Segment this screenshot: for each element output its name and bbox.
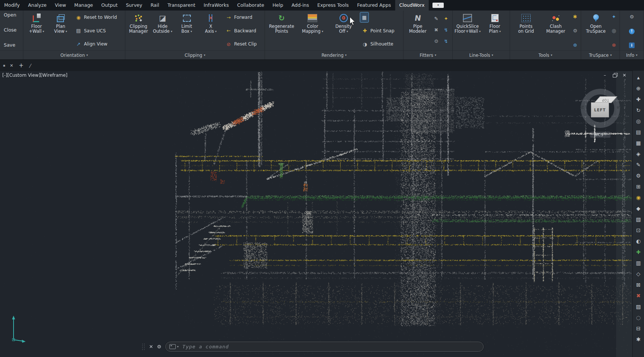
compass-south-label[interactable]: S: [616, 106, 621, 109]
menu-item-manage[interactable]: Manage: [70, 0, 97, 11]
save-button[interactable]: Save: [4, 42, 23, 48]
info-icon-2[interactable]: !: [629, 29, 635, 34]
density-off-button[interactable]: Density Off▾: [329, 11, 359, 50]
plan-view-button[interactable]: Plan View▾: [49, 11, 72, 50]
reset-clip-button[interactable]: ⊘ Reset Clip: [224, 39, 263, 49]
fitter-tool-icon-5[interactable]: ⚙: [433, 38, 440, 44]
layout-icon[interactable]: ⊞: [633, 181, 644, 192]
panel-label-tools[interactable]: Tools▾: [510, 50, 581, 59]
menu-item-output[interactable]: Output: [97, 0, 122, 11]
menu-item-cloudworx[interactable]: CloudWorx: [395, 0, 429, 11]
color-mapping-button[interactable]: Color Mapping▾: [297, 11, 327, 50]
reset-to-world-button[interactable]: ◉ Reset to World: [74, 12, 123, 22]
menu-item-collaborate[interactable]: Collaborate: [233, 0, 268, 11]
viewport-view-control[interactable]: [Custom View]: [8, 73, 41, 78]
menu-item-rail[interactable]: Rail: [146, 0, 163, 11]
chevron-down-icon[interactable]: ▾: [177, 345, 179, 348]
viewcube[interactable]: N S TOP LEFT WCS▾: [578, 88, 623, 138]
point-style-icon[interactable]: ◉: [633, 192, 644, 203]
panel-label-rendering[interactable]: Rendering▾: [265, 50, 403, 59]
add-point-icon[interactable]: ✚: [633, 246, 644, 257]
truspace-extra-icon-3[interactable]: ⊗: [611, 41, 617, 48]
viewcube-front-face[interactable]: LEFT: [591, 102, 609, 117]
command-bar-grip-handle[interactable]: [142, 343, 145, 351]
floor-plan-button[interactable]: Floor Plan▾: [482, 11, 509, 50]
snap-settings-icon[interactable]: ✱: [633, 334, 644, 345]
truspace-extra-icon-1[interactable]: ✦: [611, 13, 617, 20]
clipping-manager-button[interactable]: Clipping Manager: [127, 11, 150, 50]
menu-item-transparent[interactable]: Transparent: [163, 0, 199, 11]
compass-north-label[interactable]: N: [580, 105, 585, 109]
menu-item-survey[interactable]: Survey: [122, 0, 146, 11]
open-truspace-button[interactable]: Open TruSpace: [583, 11, 609, 50]
hide-outside-button[interactable]: ◪ Hide Outside▾: [151, 11, 174, 50]
menu-item-express-tools[interactable]: Express Tools: [313, 0, 353, 11]
forward-button[interactable]: → Forward: [224, 12, 263, 22]
limit-box-button[interactable]: Limit Box▾: [175, 11, 198, 50]
sheet-set-icon[interactable]: ▤: [633, 126, 644, 137]
panel-label-clipping[interactable]: Clipping▾: [125, 50, 265, 59]
align-view-button[interactable]: ↗ Align View: [74, 39, 123, 49]
panel-label-line-tools[interactable]: Line-Tools▾: [453, 50, 510, 59]
new-tab-button[interactable]: +: [18, 62, 24, 69]
pointcloud-viewport-canvas[interactable]: [0, 71, 633, 357]
save-ucs-button[interactable]: ▤ Save UCS: [74, 26, 123, 36]
floor-wall-button[interactable]: Floor +Wall▾: [25, 11, 48, 50]
close-viewport-button[interactable]: ✕: [621, 72, 628, 78]
customize-wrench-icon[interactable]: ⚙: [157, 344, 161, 349]
clip-box-icon[interactable]: ⊠: [633, 279, 644, 290]
viewcube-cube[interactable]: TOP LEFT: [591, 96, 610, 118]
nav-wheel-icon[interactable]: ⊕: [633, 83, 644, 94]
texture-icon[interactable]: ▨: [633, 301, 644, 312]
table-icon[interactable]: ▥: [633, 257, 644, 268]
clash-manager-button[interactable]: Clash Manager: [541, 11, 570, 50]
menu-item-help[interactable]: Help: [268, 0, 288, 11]
workspace-dropdown[interactable]: ▾: [432, 3, 444, 8]
menu-item-add-ins[interactable]: Add-ins: [287, 0, 313, 11]
polygon-icon[interactable]: ◇: [633, 268, 644, 279]
pipe-modeler-button[interactable]: Pipe Modeler: [405, 11, 431, 50]
menu-item-view[interactable]: View: [51, 0, 70, 11]
x-axis-button[interactable]: X Axis▾: [199, 11, 222, 50]
menu-item-infraworks[interactable]: InfraWorks: [199, 0, 233, 11]
panel-label-truspace[interactable]: TruSpace▾: [581, 50, 620, 59]
fitter-tool-icon-3[interactable]: ✖: [433, 26, 440, 33]
annotate-icon[interactable]: ✎: [633, 159, 644, 170]
scroll-up-icon[interactable]: ▴: [633, 72, 644, 83]
regenerate-points-button[interactable]: ↻ Regenerate Points: [266, 11, 297, 50]
close-command-bar-button[interactable]: ✕: [149, 344, 153, 349]
section-box-icon[interactable]: ⊡: [633, 225, 644, 235]
panel-label-fitters[interactable]: Fitters▾: [403, 50, 452, 59]
tools-extra-icon-2[interactable]: ⚙: [572, 27, 579, 34]
close-tab-button[interactable]: ✕: [10, 63, 13, 68]
settings-icon[interactable]: ⚙: [633, 170, 644, 181]
wcs-dropdown[interactable]: WCS▾: [590, 132, 610, 138]
command-input-field[interactable]: ▾: [165, 342, 484, 352]
command-input[interactable]: [182, 343, 481, 350]
open-button[interactable]: Open: [4, 12, 23, 18]
fitter-tool-icon-2[interactable]: ✦: [443, 15, 449, 22]
truspace-extra-icon-2[interactable]: ◎: [611, 27, 617, 34]
info-icon-3[interactable]: i: [629, 43, 635, 48]
close-button[interactable]: Close: [4, 27, 23, 33]
shade-icon[interactable]: ◐: [633, 235, 644, 246]
circle-tool-icon[interactable]: ◌: [633, 312, 644, 323]
tools-extra-icon-3[interactable]: ⊕: [572, 41, 579, 48]
properties-icon[interactable]: ◈: [633, 148, 644, 159]
fitter-tool-icon-4[interactable]: ↯: [443, 26, 449, 33]
viewport-menu-control[interactable]: [-]: [2, 73, 8, 78]
silhouette-button[interactable]: ◑ Silhouette: [360, 39, 402, 49]
zoom-extents-icon[interactable]: ◎: [633, 115, 644, 126]
menu-item-analyze[interactable]: Analyze: [24, 0, 50, 11]
orbit-icon[interactable]: ↻: [633, 105, 644, 115]
viewport-visual-style-control[interactable]: [Wireframe]: [40, 73, 67, 78]
point-snap-button[interactable]: ✚ Point Snap: [360, 26, 402, 36]
grid-icon[interactable]: ▦: [633, 137, 644, 148]
info-icon-1[interactable]: ⚙: [629, 13, 635, 20]
delete-icon[interactable]: ✖: [633, 290, 644, 301]
render-mode-button[interactable]: ▦: [360, 12, 368, 22]
minus-layer-icon[interactable]: ⊟: [633, 323, 644, 334]
restore-button[interactable]: [611, 72, 618, 78]
pan-icon[interactable]: ✚: [633, 94, 644, 105]
panel-label-info[interactable]: Info▾: [620, 50, 644, 59]
